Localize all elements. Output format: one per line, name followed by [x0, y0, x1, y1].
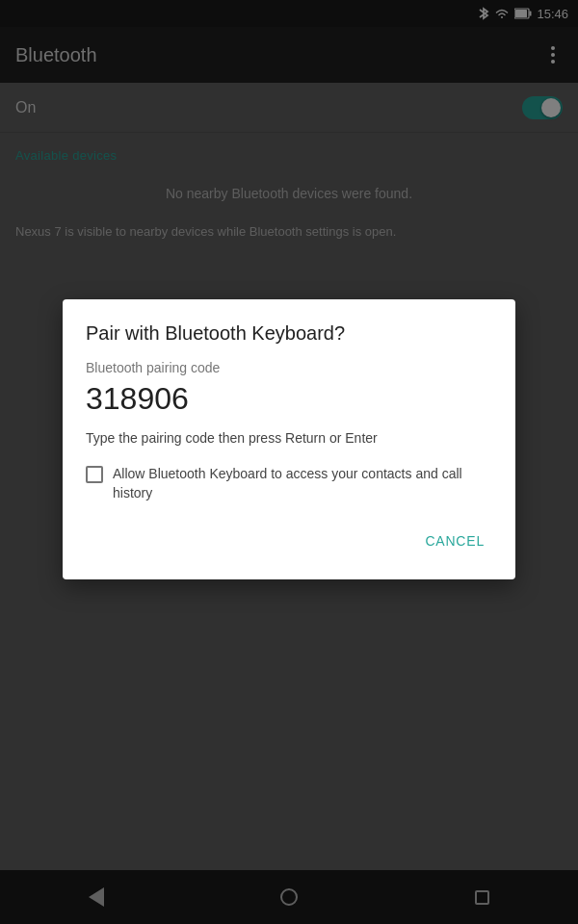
dialog-actions: CANCEL [86, 526, 492, 556]
contacts-access-label: Allow Bluetooth Keyboard to access your … [113, 465, 492, 502]
contacts-access-row: Allow Bluetooth Keyboard to access your … [86, 465, 492, 502]
pairing-code: 318906 [86, 381, 492, 417]
pairing-code-label: Bluetooth pairing code [86, 360, 492, 375]
dialog-title: Pair with Bluetooth Keyboard? [86, 322, 492, 345]
pairing-dialog: Pair with Bluetooth Keyboard? Bluetooth … [63, 299, 515, 579]
pairing-instruction: Type the pairing code then press Return … [86, 430, 492, 446]
contacts-access-checkbox[interactable] [86, 466, 103, 483]
cancel-button[interactable]: CANCEL [417, 526, 492, 556]
